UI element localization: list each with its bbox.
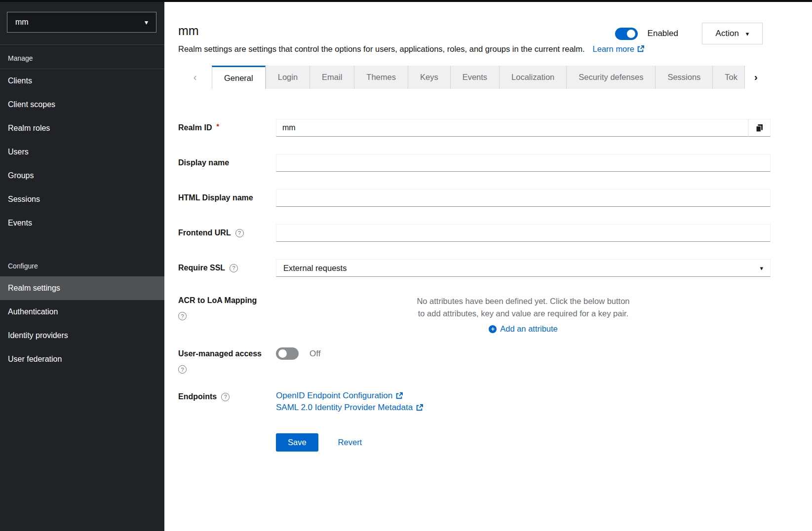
sidebar-item-sessions[interactable]: Sessions [0,188,164,211]
endpoints-label: Endpoints ? [178,391,276,401]
tab-security-defenses[interactable]: Security defenses [566,66,655,89]
tab-localization[interactable]: Localization [499,66,566,89]
realm-selector-dropdown[interactable]: mm ▾ [7,12,156,33]
chevron-right-icon: › [754,72,758,83]
nav-list-manage: Clients Client scopes Realm roles Users … [0,69,164,235]
require-ssl-select[interactable]: External requests ▾ [276,259,771,277]
help-icon[interactable]: ? [178,365,187,374]
copy-button[interactable] [748,119,771,137]
tab-events[interactable]: Events [450,66,499,89]
external-link-icon [637,45,644,53]
main-content: mm Realm settings are settings that cont… [164,2,812,531]
toggle-knob [278,349,287,358]
page-description: Realm settings are settings that control… [178,44,763,54]
acr-loa-row: ACR to LoA Mapping ? No attributes have … [178,294,771,334]
copy-icon [756,124,763,132]
sidebar-item-identity-providers[interactable]: Identity providers [0,324,164,347]
tabs-scroll-left-button[interactable]: ‹ [178,66,212,89]
sidebar: mm ▾ Manage Clients Client scopes Realm … [0,2,164,531]
endpoints-row: Endpoints ? OpenID Endpoint Configuratio… [178,391,771,413]
tab-login[interactable]: Login [266,66,309,89]
actions-spacer [178,433,276,452]
nav-section-configure: Configure [0,253,164,276]
user-managed-access-label: User-managed access ? [178,347,276,374]
user-managed-access-row: User-managed access ? Off [178,347,771,374]
form-actions-row: Save Revert [178,433,771,452]
sidebar-item-events[interactable]: Events [0,211,164,235]
user-managed-access-state: Off [309,349,320,359]
nav-list-configure: Realm settings Authentication Identity p… [0,276,164,371]
realm-enabled-toggle[interactable] [615,28,638,40]
display-name-label: Display name [178,158,276,167]
caret-down-icon: ▾ [145,18,148,26]
realm-selector-value: mm [15,18,29,27]
tab-bar: ‹ General Login Email Themes Keys Events… [178,66,812,89]
sidebar-item-users[interactable]: Users [0,140,164,164]
html-display-name-input[interactable] [276,189,771,207]
page-header: mm Realm settings are settings that cont… [164,2,812,54]
frontend-url-input[interactable] [276,224,771,242]
tab-keys[interactable]: Keys [408,66,450,89]
caret-down-icon: ▾ [760,265,763,272]
learn-more-link[interactable]: Learn more [593,44,644,54]
enabled-label: Enabled [648,29,678,38]
general-settings-form: Realm ID * Display name [164,89,812,452]
action-dropdown[interactable]: Action ▾ [702,23,763,44]
help-icon[interactable]: ? [178,312,187,320]
tabs-scroll-right-button[interactable]: › [745,66,767,89]
chevron-left-icon: ‹ [193,72,197,83]
tab-sessions[interactable]: Sessions [655,66,712,89]
realm-id-input[interactable] [276,119,748,137]
help-icon[interactable]: ? [235,229,244,237]
saml-metadata-link[interactable]: SAML 2.0 Identity Provider Metadata [276,403,423,413]
frontend-url-row: Frontend URL ? [178,224,771,242]
realm-id-row: Realm ID * [178,119,771,137]
sidebar-item-clients[interactable]: Clients [0,69,164,93]
html-display-name-row: HTML Display name [178,189,771,207]
acr-loa-label: ACR to LoA Mapping ? [178,294,276,320]
caret-down-icon: ▾ [746,30,749,38]
add-attribute-button[interactable]: + Add an attribute [489,324,558,334]
html-display-name-label: HTML Display name [178,193,276,202]
tab-email[interactable]: Email [309,66,354,89]
help-icon[interactable]: ? [230,264,238,272]
display-name-row: Display name [178,154,771,172]
plus-circle-icon: + [489,325,497,333]
required-asterisk: * [216,122,219,130]
revert-button[interactable]: Revert [338,438,362,447]
help-icon[interactable]: ? [221,393,230,401]
realm-id-label: Realm ID * [178,123,276,132]
sidebar-item-realm-settings[interactable]: Realm settings [0,276,164,300]
require-ssl-selected-value: External requests [283,264,347,273]
user-managed-access-control: Off [276,347,771,360]
sidebar-item-authentication[interactable]: Authentication [0,300,164,324]
external-link-icon [395,392,403,400]
sidebar-item-client-scopes[interactable]: Client scopes [0,93,164,116]
tab-tokens[interactable]: Tok [712,66,745,89]
realm-id-input-group [276,119,771,137]
require-ssl-label: Require SSL ? [178,264,276,272]
endpoint-links: OpenID Endpoint Configuration SAML 2.0 I… [276,391,771,413]
form-actions: Save Revert [276,433,771,452]
header-controls: Enabled Action ▾ [615,23,763,44]
acr-loa-empty-state: No attributes have been defined yet. Cli… [276,294,771,334]
sidebar-item-groups[interactable]: Groups [0,164,164,188]
save-button[interactable]: Save [276,433,318,452]
tab-general[interactable]: General [212,66,266,89]
app-layout: mm ▾ Manage Clients Client scopes Realm … [0,2,812,531]
sidebar-item-user-federation[interactable]: User federation [0,347,164,371]
acr-loa-empty-text: No attributes have been defined yet. Cli… [415,295,632,320]
require-ssl-row: Require SSL ? External requests ▾ [178,259,771,277]
nav-section-manage: Manage [0,45,164,69]
display-name-input[interactable] [276,154,771,172]
sidebar-item-realm-roles[interactable]: Realm roles [0,116,164,140]
page-description-text: Realm settings are settings that control… [178,44,585,53]
toggle-knob [627,30,635,38]
user-managed-access-toggle[interactable] [276,347,299,360]
tab-themes[interactable]: Themes [354,66,408,89]
frontend-url-label: Frontend URL ? [178,228,276,237]
openid-endpoint-configuration-link[interactable]: OpenID Endpoint Configuration [276,391,403,401]
external-link-icon [416,404,423,412]
